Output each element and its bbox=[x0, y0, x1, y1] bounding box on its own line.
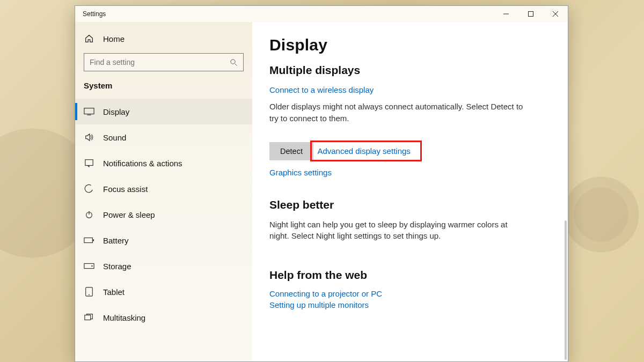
sidebar-item-label: Focus assist bbox=[103, 184, 148, 194]
sidebar-home-label: Home bbox=[103, 34, 125, 43]
sidebar-item-notifications[interactable]: Notifications & actions bbox=[75, 150, 252, 176]
sidebar-item-label: Power & sleep bbox=[103, 210, 155, 219]
help-links: Connecting to a projector or PC Setting … bbox=[269, 289, 546, 309]
sidebar-item-label: Notifications & actions bbox=[103, 159, 182, 168]
home-icon bbox=[84, 34, 94, 43]
sidebar-item-battery[interactable]: Battery bbox=[75, 227, 252, 253]
sidebar-item-label: Display bbox=[103, 107, 129, 116]
svg-rect-3 bbox=[85, 160, 93, 166]
svg-point-10 bbox=[89, 294, 90, 295]
titlebar: Settings bbox=[75, 6, 568, 22]
window-controls bbox=[494, 6, 568, 22]
link-advanced-display-settings[interactable]: Advanced display settings bbox=[317, 146, 410, 156]
maximize-button[interactable] bbox=[518, 6, 543, 22]
sleep-better-body: Night light can help you get to sleep by… bbox=[269, 219, 527, 242]
main-pane: Display Multiple displays Connect to a w… bbox=[252, 22, 568, 361]
sidebar-category: System bbox=[75, 81, 252, 99]
desktop-wallpaper: Settings Home bbox=[0, 0, 644, 362]
highlight-advanced-display: Advanced display settings bbox=[310, 141, 421, 161]
sidebar-item-storage[interactable]: Storage bbox=[75, 253, 252, 279]
link-graphics-settings[interactable]: Graphics settings bbox=[269, 168, 332, 177]
close-icon bbox=[553, 11, 558, 17]
link-help-multiple-monitors[interactable]: Setting up multiple monitors bbox=[269, 300, 546, 309]
search-icon bbox=[230, 58, 238, 67]
svg-rect-6 bbox=[93, 239, 94, 241]
link-connect-wireless-display[interactable]: Connect to a wireless display bbox=[269, 85, 374, 94]
sidebar-item-tablet[interactable]: Tablet bbox=[75, 279, 252, 305]
sidebar-home[interactable]: Home bbox=[75, 29, 252, 48]
display-icon bbox=[84, 107, 94, 116]
svg-rect-0 bbox=[529, 12, 533, 17]
battery-icon bbox=[84, 237, 94, 244]
sidebar-item-focus-assist[interactable]: Focus assist bbox=[75, 176, 252, 202]
minimize-button[interactable] bbox=[494, 6, 518, 22]
svg-rect-2 bbox=[84, 108, 94, 114]
svg-point-8 bbox=[91, 265, 92, 267]
sidebar-item-label: Storage bbox=[103, 262, 131, 271]
svg-point-1 bbox=[231, 59, 235, 63]
storage-icon bbox=[84, 263, 94, 269]
sidebar-item-multitasking[interactable]: Multitasking bbox=[75, 305, 252, 330]
settings-window: Settings Home bbox=[75, 5, 568, 362]
section-sleep-better: Sleep better bbox=[269, 198, 546, 211]
maximize-icon bbox=[528, 11, 533, 17]
section-help-from-web: Help from the web bbox=[269, 269, 546, 282]
sidebar-item-label: Tablet bbox=[103, 287, 125, 297]
search-input[interactable] bbox=[90, 58, 230, 67]
svg-rect-5 bbox=[84, 238, 92, 242]
sidebar-item-sound[interactable]: Sound bbox=[75, 124, 252, 150]
window-title: Settings bbox=[83, 10, 106, 18]
sidebar-nav: Display Sound Notifications & actions Fo… bbox=[75, 99, 252, 330]
sidebar-item-display[interactable]: Display bbox=[75, 99, 252, 124]
sidebar-item-label: Multitasking bbox=[103, 313, 145, 322]
detect-button[interactable]: Detect bbox=[269, 142, 313, 160]
sidebar: Home System Display bbox=[75, 22, 252, 361]
multitasking-icon bbox=[84, 313, 94, 322]
section-multiple-displays: Multiple displays bbox=[269, 64, 546, 77]
sidebar-item-power-sleep[interactable]: Power & sleep bbox=[75, 202, 252, 227]
tablet-icon bbox=[84, 287, 94, 297]
focus-assist-icon bbox=[84, 184, 94, 194]
close-button[interactable] bbox=[543, 6, 568, 22]
page-title: Display bbox=[269, 36, 546, 54]
power-icon bbox=[84, 210, 94, 219]
scrollbar[interactable] bbox=[565, 220, 567, 360]
minimize-icon bbox=[503, 11, 509, 17]
sidebar-item-label: Sound bbox=[103, 133, 126, 142]
search-box[interactable] bbox=[84, 53, 244, 71]
notifications-icon bbox=[84, 158, 94, 168]
sound-icon bbox=[84, 132, 94, 142]
sidebar-item-label: Battery bbox=[103, 236, 129, 245]
svg-rect-11 bbox=[85, 315, 91, 320]
detect-hint-text: Older displays might not always connect … bbox=[269, 101, 527, 124]
link-help-projector[interactable]: Connecting to a projector or PC bbox=[269, 289, 546, 298]
